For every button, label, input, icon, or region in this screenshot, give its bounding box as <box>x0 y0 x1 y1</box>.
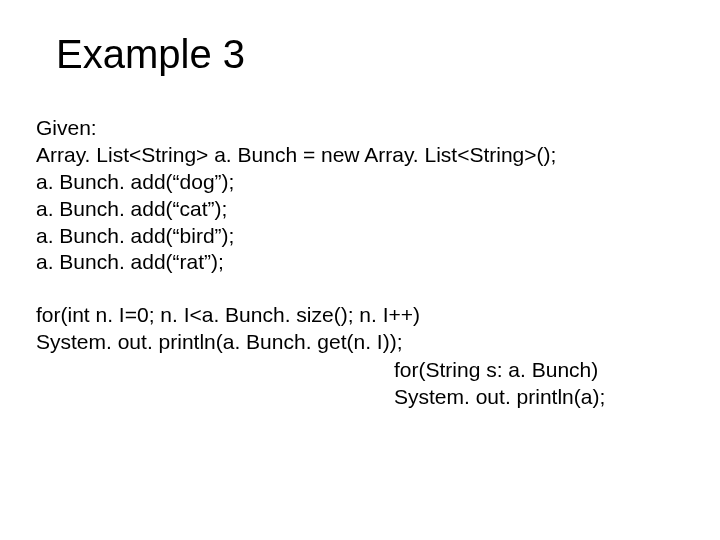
code-block-3: for(String s: a. Bunch) System. out. pri… <box>394 357 684 411</box>
code-block-2: for(int n. I=0; n. I<a. Bunch. size(); n… <box>36 302 684 356</box>
code-block-1: Given: Array. List<String> a. Bunch = ne… <box>36 115 684 276</box>
code-line: a. Bunch. add(“bird”); <box>36 223 684 250</box>
code-line: System. out. println(a. Bunch. get(n. I)… <box>36 329 684 356</box>
slide-title: Example 3 <box>56 32 684 77</box>
code-line: a. Bunch. add(“cat”); <box>36 196 684 223</box>
code-line: System. out. println(a); <box>394 384 684 411</box>
intro-line: Given: <box>36 115 684 142</box>
code-line: a. Bunch. add(“rat”); <box>36 249 684 276</box>
code-line: for(int n. I=0; n. I<a. Bunch. size(); n… <box>36 302 684 329</box>
code-line: for(String s: a. Bunch) <box>394 357 684 384</box>
code-line: Array. List<String> a. Bunch = new Array… <box>36 142 684 169</box>
body-text: Given: Array. List<String> a. Bunch = ne… <box>36 115 684 411</box>
slide: Example 3 Given: Array. List<String> a. … <box>0 0 720 540</box>
code-line: a. Bunch. add(“dog”); <box>36 169 684 196</box>
